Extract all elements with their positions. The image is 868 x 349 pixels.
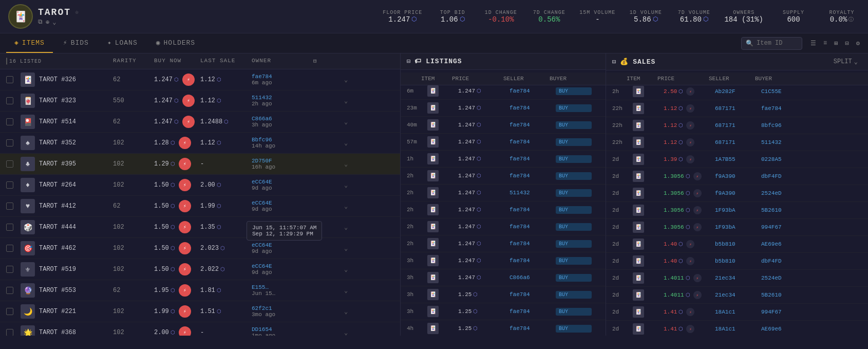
item-row[interactable]: ♦ TAROT #264 102 1.50⬡ ⚡ 2.00⬡ eCC64E 9d… (0, 175, 400, 196)
buy-now-button[interactable]: ⚡ (182, 95, 195, 107)
item-row[interactable]: ♠ TAROT #352 102 1.28⬡ ⚡ 1.12⬡ Bbfc96 14… (0, 133, 400, 154)
listing-buyer[interactable]: BUY (556, 325, 592, 333)
listing-row[interactable]: 23m 🃏 1.247⬡ fae784 BUY (401, 100, 606, 117)
item-owner[interactable]: C866a6 (252, 116, 313, 122)
listing-seller[interactable]: fae784 (510, 325, 556, 332)
item-owner[interactable]: eCC64E (252, 200, 313, 206)
sale-buyer[interactable]: C1C55E (761, 88, 807, 95)
listing-buyer[interactable]: BUY (556, 274, 592, 282)
item-owner[interactable]: 511432 (252, 95, 313, 101)
item-checkbox-area[interactable] (6, 224, 21, 231)
listing-buyer[interactable]: BUY (556, 138, 592, 146)
item-checkbox[interactable] (6, 308, 13, 315)
item-checkbox-area[interactable] (6, 97, 21, 104)
chevron-down-icon[interactable]: ⌄ (52, 19, 56, 26)
item-checkbox[interactable] (6, 266, 13, 273)
listing-row[interactable]: 1h 🃏 1.247⬡ fae784 BUY (401, 151, 606, 168)
buy-now-button[interactable]: ⚡ (179, 326, 191, 336)
sale-row[interactable]: 2d 🃏 1.41⬡ ⚡ 18A1c1 994F67 (606, 304, 868, 321)
listing-buyer[interactable]: BUY (556, 155, 592, 163)
listing-row[interactable]: 2h 🃏 1.247⬡ 511432 BUY (401, 185, 606, 201)
listing-buyer[interactable]: BUY (556, 189, 592, 197)
item-row[interactable]: ⚜ TAROT #519 102 1.50⬡ ⚡ 2.022⬡ eCC64E 9… (0, 259, 400, 280)
expand-row-icon[interactable]: ⌄ (344, 329, 360, 336)
buy-now-button[interactable]: ⚡ (179, 158, 191, 170)
listing-seller[interactable]: fae784 (510, 258, 556, 264)
sale-row[interactable]: 2d 🃏 1.4011⬡ ⚡ 21ec34 5B2610 (606, 287, 868, 304)
col-owner[interactable]: OWNER (252, 58, 313, 65)
copy-icon[interactable]: ⧉ (38, 19, 43, 26)
listing-seller[interactable]: fae784 (510, 291, 556, 298)
listing-row[interactable]: 4h 🃏 1.25⬡ fae784 BUY (401, 320, 606, 336)
sale-seller[interactable]: 18A1c1 (715, 309, 761, 315)
item-checkbox[interactable] (6, 76, 13, 83)
sale-seller[interactable]: 687171 (715, 122, 761, 128)
sale-row[interactable]: 22h 🃏 1.12⬡ ⚡ 687171 8bfc96 (606, 117, 868, 134)
sale-seller[interactable]: f9A390 (715, 173, 761, 179)
listing-buyer[interactable]: BUY (556, 223, 592, 231)
listing-buyer[interactable]: BUY (556, 172, 592, 180)
listing-row[interactable]: 3h 🃏 1.247⬡ fae784 BUY (401, 252, 606, 269)
item-checkbox[interactable] (6, 139, 13, 146)
buy-now-button[interactable]: ⚡ (182, 116, 195, 128)
buy-now-button[interactable]: ⚡ (179, 137, 191, 149)
item-checkbox-area[interactable] (6, 308, 21, 315)
item-search[interactable]: 🔍 (741, 37, 802, 50)
sale-buyer[interactable]: dbF4FD (761, 258, 807, 264)
item-checkbox-area[interactable] (6, 203, 21, 210)
col-rarity[interactable]: RARITY (113, 58, 154, 65)
sale-buyer[interactable]: 0228A5 (761, 156, 807, 162)
item-checkbox[interactable] (6, 287, 13, 294)
expand-row-icon[interactable]: ⌄ (344, 76, 360, 84)
buy-now-button[interactable]: ⚡ (179, 305, 191, 318)
expand-row-icon[interactable]: ⌄ (344, 160, 360, 168)
sale-seller[interactable]: 21ec34 (715, 275, 761, 281)
expand-row-icon[interactable]: ⌄ (344, 266, 360, 273)
item-owner[interactable]: eCC64E (252, 242, 313, 248)
item-checkbox-area[interactable] (6, 329, 21, 336)
listing-row[interactable]: 3h 🃏 1.25⬡ fae784 BUY (401, 286, 606, 303)
expand-row-icon[interactable]: ⌄ (344, 97, 360, 105)
sale-row[interactable]: 2d 🃏 1.4011⬡ ⚡ 21ec34 2524eD (606, 270, 868, 287)
large-grid-icon[interactable]: ⊟ (843, 38, 851, 49)
item-row[interactable]: 🔮 TAROT #553 62 1.95⬡ ⚡ 1.81⬡ E155… Jun … (0, 280, 400, 301)
item-row[interactable]: 🃏 TAROT #326 62 1.247⬡ ⚡ 1.12⬡ fae784 6m… (0, 69, 400, 90)
listing-row[interactable]: 2h 🃏 1.247⬡ fae784 BUY (401, 235, 606, 252)
listing-buyer[interactable]: BUY (556, 240, 592, 248)
expand-row-icon[interactable]: ⌄ (344, 139, 360, 147)
sale-buyer[interactable]: AE69e6 (761, 326, 807, 332)
listing-buyer[interactable]: BUY (556, 121, 592, 129)
split-button[interactable]: SPLIT ⌄ (829, 58, 862, 66)
item-row[interactable]: 🀄 TAROT #323 550 1.247⬡ ⚡ 1.12⬡ 511432 2… (0, 90, 400, 112)
item-row[interactable]: 🎯 TAROT #462 102 1.50⬡ ⚡ 2.023⬡ eCC64E 9… (0, 238, 400, 259)
sale-row[interactable]: 2d 🃏 1.3056⬡ ⚡ 1F93bA 5B2610 (606, 202, 868, 219)
tab-bids[interactable]: ⚡ BIDS (55, 33, 97, 53)
item-checkbox[interactable] (6, 160, 13, 168)
listing-buyer[interactable]: BUY (556, 206, 592, 214)
listing-seller[interactable]: fae784 (510, 139, 556, 145)
sale-seller[interactable]: 1A7B55 (715, 156, 761, 162)
listing-seller[interactable]: fae784 (510, 105, 556, 111)
tab-holders[interactable]: ◉ HOLDERS (148, 33, 203, 53)
sale-seller[interactable]: 1F93bA (715, 207, 761, 213)
item-checkbox[interactable] (6, 203, 13, 210)
listing-row[interactable]: 57m 🃏 1.247⬡ fae784 BUY (401, 134, 606, 151)
compact-list-icon[interactable]: ≡ (821, 38, 829, 49)
sale-row[interactable]: 2h 🃏 2.50⬡ ⚡ Ab282F C1C55E (606, 83, 868, 100)
expand-row-icon[interactable]: ⌄ (344, 181, 360, 189)
buy-now-button[interactable]: ⚡ (179, 242, 191, 254)
listing-buyer[interactable]: BUY (556, 308, 592, 316)
sale-seller[interactable]: 21ec34 (715, 292, 761, 298)
listing-seller[interactable]: fae784 (510, 207, 556, 213)
item-checkbox-area[interactable] (6, 118, 21, 125)
item-owner[interactable]: E155… (252, 284, 313, 290)
item-checkbox-area[interactable] (6, 76, 21, 83)
sale-row[interactable]: 2d 🃏 1.39⬡ ⚡ 1A7B55 0228A5 (606, 151, 868, 168)
expand-row-icon[interactable]: ⌄ (344, 118, 360, 126)
item-checkbox[interactable] (6, 97, 13, 104)
select-all-checkbox[interactable]: 16 LISTED (6, 58, 21, 65)
item-row[interactable]: 🎲 TAROT #444 102 1.50⬡ ⚡ 1.35⬡ 9655EB 22… (0, 217, 400, 238)
list-view-icon[interactable]: ☰ (808, 38, 818, 49)
sale-buyer[interactable]: fae784 (761, 105, 807, 112)
sale-seller[interactable]: Ab282F (715, 88, 761, 95)
